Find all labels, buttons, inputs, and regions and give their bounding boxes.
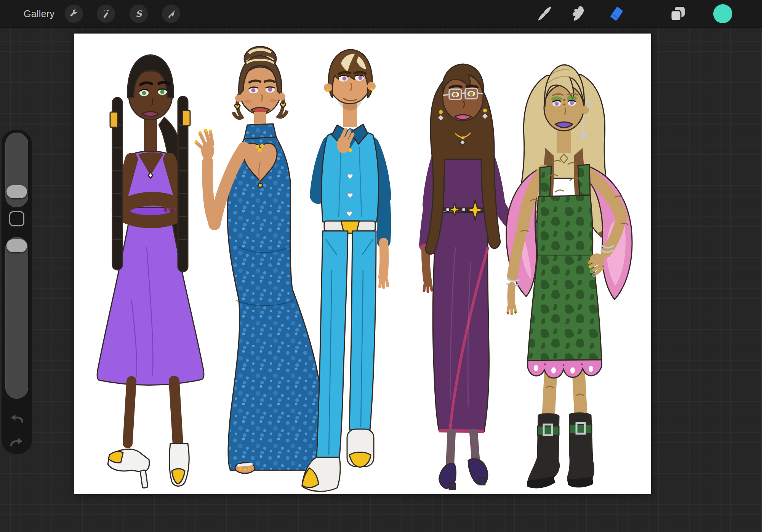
adjustments-button[interactable] (97, 5, 115, 23)
wrench-icon (68, 8, 80, 19)
color-swatch (713, 4, 733, 24)
side-toolbar (2, 130, 32, 454)
character-4-plum-gown (419, 64, 515, 489)
top-toolbar: Gallery S (0, 0, 762, 28)
magic-wand-icon (100, 8, 112, 19)
eraser-icon (607, 5, 624, 22)
gallery-button[interactable]: Gallery (24, 0, 54, 27)
erase-tool-button[interactable] (606, 4, 626, 24)
svg-text:S: S (136, 9, 142, 19)
brush-icon (536, 5, 554, 22)
selection-button[interactable]: S (130, 5, 148, 23)
layers-button[interactable] (668, 4, 688, 24)
undo-icon (8, 411, 25, 428)
opacity-slider-thumb[interactable] (6, 239, 27, 252)
layers-icon (669, 5, 687, 22)
modify-button[interactable] (9, 211, 24, 226)
transform-button[interactable] (162, 5, 180, 23)
character-1-purple-dress (97, 55, 204, 488)
arrow-cursor-icon (165, 8, 177, 19)
character-5-green-dress (506, 65, 632, 488)
character-2-blue-gown (195, 46, 324, 473)
redo-icon (8, 434, 25, 451)
artwork-illustration (74, 34, 651, 494)
brush-size-slider-thumb[interactable] (6, 185, 27, 198)
s-curve-icon: S (133, 8, 144, 19)
undo-button[interactable] (8, 410, 26, 428)
opacity-slider[interactable] (5, 237, 28, 399)
redo-button[interactable] (8, 434, 26, 452)
brush-size-slider[interactable] (5, 133, 28, 207)
smudge-tool-button[interactable] (568, 4, 588, 24)
paint-tool-button[interactable] (535, 4, 555, 24)
artwork-canvas[interactable] (74, 34, 651, 494)
procreate-workspace: Gallery S (0, 0, 762, 532)
smudge-finger-icon (570, 5, 587, 22)
color-button[interactable] (713, 4, 733, 24)
actions-button[interactable] (65, 5, 83, 23)
